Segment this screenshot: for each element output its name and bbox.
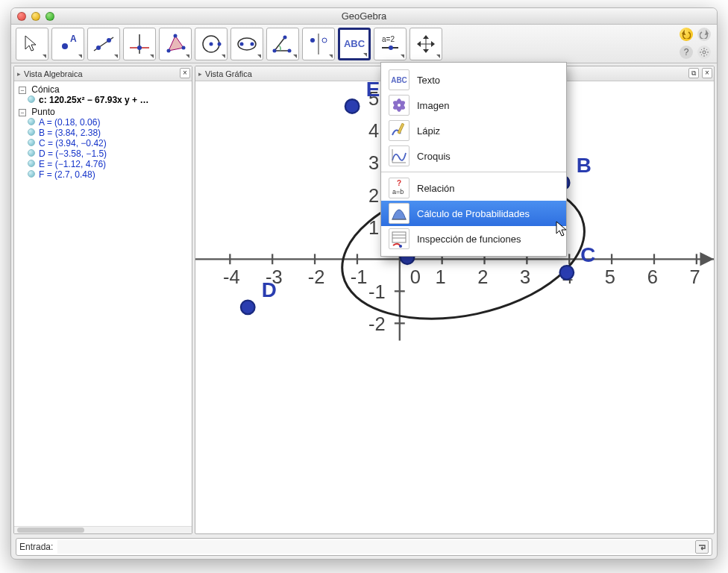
tool-text[interactable]: ABC [338, 28, 371, 60]
algebra-panel-header[interactable]: ▸ Vista Algebraica × [14, 66, 192, 81]
svg-text:-1: -1 [351, 266, 368, 287]
svg-text:a=b: a=b [392, 188, 404, 195]
titlebar: GeoGebra [11, 8, 717, 25]
algebra-item[interactable]: D = (−3.58, −1.5) [28, 148, 187, 159]
algebra-close-button[interactable]: × [180, 68, 190, 78]
svg-line-37 [706, 49, 707, 50]
svg-point-20 [283, 35, 287, 39]
tool-line[interactable] [87, 28, 120, 60]
visibility-toggle-icon[interactable] [28, 170, 35, 178]
svg-text:5: 5 [605, 266, 615, 287]
tool-move-view[interactable] [410, 28, 442, 60]
svg-point-22 [310, 38, 315, 43]
svg-point-19 [288, 48, 292, 52]
svg-text:2: 2 [477, 266, 488, 287]
undo-button[interactable] [680, 28, 693, 41]
algebra-tree[interactable]: − Cónica c: 120.25x² − 67.93x y + … − Pu… [14, 81, 192, 526]
dropdown-item-inspect[interactable]: Inspección de funciones [381, 226, 566, 251]
help-button[interactable]: ? [680, 46, 693, 59]
svg-text:-1: -1 [368, 281, 386, 302]
algebra-panel-title: Vista Algebraica [24, 69, 83, 78]
svg-point-18 [273, 48, 277, 52]
algebra-item[interactable]: F = (2.7, 0.48) [28, 169, 187, 180]
visibility-toggle-icon[interactable] [28, 96, 35, 103]
svg-point-23 [322, 38, 327, 43]
dropdown-separator [381, 172, 566, 172]
inspect-icon [389, 228, 410, 249]
dropdown-item-sketch[interactable]: Croquis [381, 143, 566, 169]
collapse-icon[interactable]: − [19, 109, 26, 116]
window-title: GeoGebra [11, 10, 717, 22]
svg-point-17 [251, 42, 254, 46]
dropdown-item-image[interactable]: Imagen [381, 93, 566, 118]
svg-rect-100 [392, 232, 406, 242]
command-input[interactable] [57, 540, 695, 554]
tool-slider[interactable]: a=2 [374, 28, 407, 60]
input-submit-button[interactable] [695, 540, 709, 554]
svg-text:-2: -2 [368, 313, 386, 334]
tool-conic[interactable] [230, 28, 263, 60]
tool-move[interactable] [16, 28, 48, 60]
tool-point[interactable]: A [51, 28, 84, 60]
svg-point-10 [174, 34, 178, 37]
algebra-scrollbar[interactable] [14, 526, 192, 533]
dropdown-item-text[interactable]: ABC Texto [381, 67, 566, 93]
svg-text:2: 2 [368, 185, 379, 206]
algebra-item[interactable]: c: 120.25x² − 67.93x y + … [28, 95, 187, 105]
collapse-icon[interactable]: − [19, 87, 26, 94]
svg-point-103 [399, 245, 402, 248]
svg-point-29 [703, 51, 706, 54]
visibility-toggle-icon[interactable] [28, 128, 35, 136]
visibility-toggle-icon[interactable] [28, 160, 35, 167]
svg-text:A: A [70, 34, 77, 44]
group-label: Punto [31, 107, 54, 117]
mouse-cursor-icon [556, 221, 569, 237]
svg-text:0: 0 [410, 266, 421, 287]
settings-button[interactable] [697, 46, 711, 59]
svg-point-86 [345, 99, 360, 113]
pencil-icon [389, 120, 410, 141]
svg-text:6: 6 [647, 266, 658, 287]
tool-circle[interactable] [195, 28, 228, 60]
visibility-toggle-icon[interactable] [28, 139, 35, 146]
visibility-toggle-icon[interactable] [28, 149, 35, 157]
algebra-item[interactable]: E = (−1.12, 4.76) [28, 159, 187, 169]
toolbar: A [11, 25, 717, 63]
svg-text:B: B [577, 154, 592, 177]
svg-text:1: 1 [435, 266, 445, 287]
svg-point-3 [96, 46, 101, 50]
svg-text:a=2: a=2 [382, 35, 395, 43]
svg-line-34 [701, 49, 702, 50]
svg-text:E: E [366, 81, 380, 101]
svg-point-82 [560, 266, 574, 280]
chevron-right-icon: ▸ [17, 70, 21, 78]
dropdown-item-pencil[interactable]: Lápiz [381, 118, 566, 143]
visibility-toggle-icon[interactable] [28, 118, 35, 125]
svg-point-9 [167, 48, 171, 52]
tool-polygon[interactable] [159, 28, 192, 60]
svg-point-0 [62, 43, 68, 49]
tool-reflect[interactable] [302, 28, 335, 60]
svg-marker-8 [169, 36, 183, 51]
algebra-item[interactable]: B = (3.84, 2.38) [28, 128, 187, 138]
algebra-item[interactable]: A = (0.18, 0.06) [28, 117, 187, 128]
algebra-item[interactable]: C = (3.94, −0.42) [28, 138, 187, 148]
tool-angle[interactable] [266, 28, 299, 60]
dropdown-item-probability[interactable]: Cálculo de Probabilidades [381, 201, 566, 226]
image-icon [389, 95, 410, 116]
group-label: Cónica [31, 84, 59, 95]
svg-point-4 [107, 38, 111, 43]
redo-button[interactable] [697, 28, 711, 41]
toolbar-right: ? [680, 28, 711, 59]
graphics-close-button[interactable]: × [702, 68, 712, 78]
app-window: GeoGebra A [10, 7, 718, 560]
dropdown-item-relation[interactable]: ?a=b Relación [381, 175, 566, 201]
svg-point-93 [398, 104, 401, 107]
text-icon: ABC [389, 69, 410, 90]
detach-panel-button[interactable]: ⧉ [688, 68, 699, 78]
svg-text:-4: -4 [223, 266, 240, 287]
svg-point-14 [218, 42, 222, 46]
tool-perpendicular[interactable] [123, 28, 156, 60]
svg-text:C: C [580, 243, 595, 266]
main-body: ▸ Vista Algebraica × − Cónica c: 120.25x… [11, 63, 717, 536]
